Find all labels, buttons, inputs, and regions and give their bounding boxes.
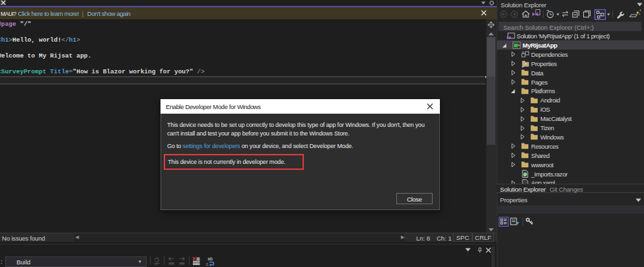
svg-text:@: @ xyxy=(523,172,527,176)
svg-text:c: c xyxy=(206,262,209,266)
svg-text:ab: ab xyxy=(208,256,213,261)
